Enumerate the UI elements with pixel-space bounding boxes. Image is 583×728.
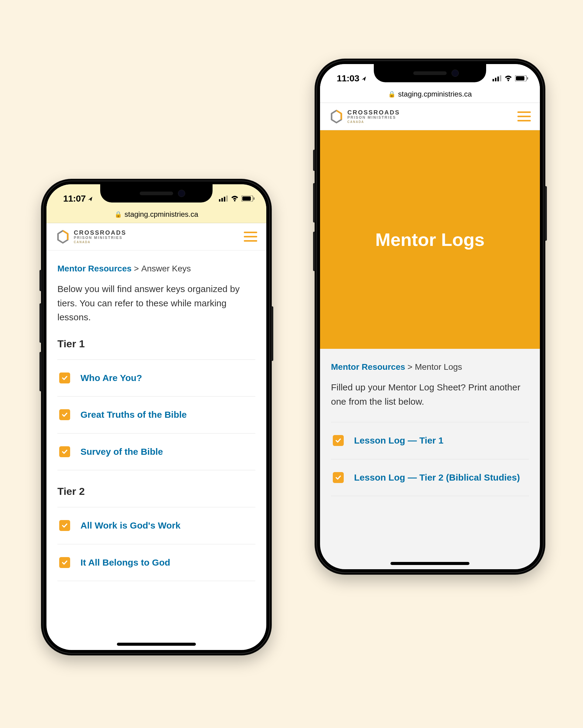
wifi-icon	[231, 196, 238, 202]
list-item-label: Lesson Log — Tier 1	[354, 435, 443, 447]
breadcrumb: Mentor Resources > Mentor Logs	[331, 362, 529, 372]
list-item-label: It All Belongs to God	[80, 556, 170, 569]
breadcrumb-link[interactable]: Mentor Resources	[57, 264, 131, 273]
mentor-log-link[interactable]: Lesson Log — Tier 2 (Biblical Studies)	[331, 459, 529, 496]
check-icon	[59, 372, 70, 384]
breadcrumb-current: Mentor Logs	[415, 362, 462, 371]
status-time: 11:03	[337, 73, 359, 83]
list-item-label: Lesson Log — Tier 2 (Biblical Studies)	[354, 471, 520, 484]
logo-hex-icon	[56, 230, 70, 244]
logo-line1: CROSSROADS	[347, 109, 400, 116]
logo-hex-icon	[329, 109, 344, 124]
device-notch	[100, 184, 212, 203]
breadcrumb-separator: >	[134, 264, 139, 273]
tier2-heading: Tier 2	[57, 486, 255, 497]
site-header: CROSSROADS PRISON MINISTRIES CANADA	[320, 103, 540, 130]
logo-line1: CROSSROADS	[74, 230, 126, 236]
check-icon	[59, 520, 70, 531]
site-logo[interactable]: CROSSROADS PRISON MINISTRIES CANADA	[56, 230, 126, 244]
phone-mockup-right: 11:03 🔒 staging.cpministries.ca CROSSROA…	[314, 59, 546, 575]
browser-url-bar[interactable]: 🔒 staging.cpministries.ca	[320, 87, 540, 103]
side-button	[40, 352, 42, 391]
hero-title: Mentor Logs	[375, 229, 485, 250]
intro-text: Below you will find answer keys organize…	[57, 282, 255, 324]
page-content: Mentor Resources > Mentor Logs Filled up…	[320, 349, 540, 496]
divider	[57, 470, 255, 470]
check-icon	[59, 557, 70, 568]
status-time: 11:07	[63, 193, 86, 204]
check-icon	[333, 472, 344, 483]
site-logo[interactable]: CROSSROADS PRISON MINISTRIES CANADA	[329, 109, 400, 124]
answer-key-link[interactable]: All Work is God's Work	[57, 507, 255, 544]
answer-key-link[interactable]: Who Are You?	[57, 360, 255, 396]
list-item-label: All Work is God's Work	[80, 519, 180, 532]
check-icon	[333, 435, 344, 446]
battery-icon	[242, 196, 255, 202]
home-indicator[interactable]	[390, 562, 470, 565]
lock-icon: 🔒	[388, 90, 396, 98]
location-arrow-icon	[87, 196, 92, 201]
answer-key-link[interactable]: It All Belongs to God	[57, 544, 255, 581]
intro-text: Filled up your Mentor Log Sheet? Print a…	[331, 381, 529, 409]
answer-key-link[interactable]: Great Truths of the Bible	[57, 396, 255, 433]
list-item-label: Great Truths of the Bible	[80, 409, 187, 421]
mentor-log-link[interactable]: Lesson Log — Tier 1	[331, 422, 529, 459]
list-item-label: Who Are You?	[80, 372, 142, 384]
tier1-heading: Tier 1	[57, 338, 255, 350]
breadcrumb-link[interactable]: Mentor Resources	[331, 362, 405, 371]
url-text: staging.cpministries.ca	[398, 90, 472, 98]
side-button	[40, 270, 42, 291]
list-item-label: Survey of the Bible	[80, 446, 163, 458]
hamburger-menu-icon[interactable]	[244, 232, 257, 242]
side-button	[544, 186, 547, 241]
side-button	[313, 183, 315, 223]
logo-line2: PRISON MINISTRIES	[74, 236, 126, 240]
side-button	[313, 150, 315, 171]
battery-icon	[515, 75, 528, 81]
page-content: Mentor Resources > Answer Keys Below you…	[47, 251, 266, 581]
side-button	[271, 306, 273, 361]
logo-line3: CANADA	[74, 241, 126, 244]
side-button	[40, 303, 42, 343]
home-indicator[interactable]	[117, 643, 196, 646]
signal-icon	[492, 75, 502, 81]
lock-icon: 🔒	[115, 211, 122, 218]
location-arrow-icon	[361, 76, 366, 81]
answer-key-link[interactable]: Survey of the Bible	[57, 434, 255, 470]
check-icon	[59, 446, 70, 457]
phone-mockup-left: 11:07 🔒 staging.cpministries.ca CROSSROA…	[41, 179, 272, 655]
breadcrumb-current: Answer Keys	[141, 264, 191, 273]
logo-line2: PRISON MINISTRIES	[347, 116, 400, 120]
breadcrumb: Mentor Resources > Answer Keys	[57, 264, 255, 274]
check-icon	[59, 409, 70, 420]
divider	[331, 496, 529, 496]
divider	[57, 581, 255, 581]
hero-banner: Mentor Logs	[320, 130, 540, 349]
breadcrumb-separator: >	[407, 362, 412, 371]
browser-url-bar[interactable]: 🔒 staging.cpministries.ca	[47, 207, 266, 223]
wifi-icon	[505, 75, 512, 81]
url-text: staging.cpministries.ca	[125, 210, 198, 218]
hamburger-menu-icon[interactable]	[517, 111, 531, 122]
signal-icon	[219, 196, 228, 202]
logo-line3: CANADA	[347, 121, 400, 124]
site-header: CROSSROADS PRISON MINISTRIES CANADA	[47, 223, 266, 251]
device-notch	[374, 64, 486, 82]
side-button	[313, 232, 315, 271]
